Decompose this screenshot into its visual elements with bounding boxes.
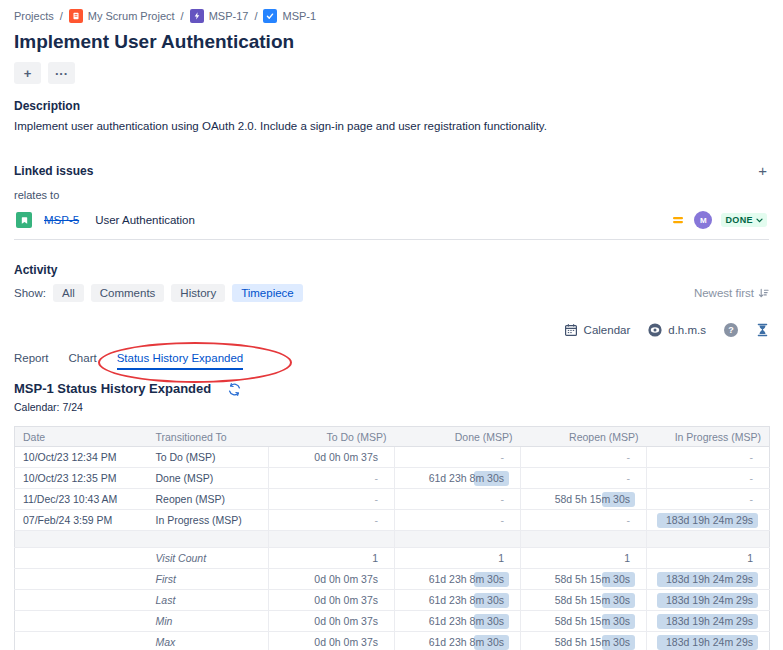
- story-icon: [16, 212, 32, 228]
- table-header-row: DateTransitioned ToTo Do (MSP)Done (MSP)…: [15, 427, 770, 447]
- separator-cell: [521, 531, 647, 548]
- add-button[interactable]: +: [14, 62, 41, 84]
- duration-cell: -: [395, 489, 521, 510]
- separator-cell: [647, 531, 770, 548]
- duration-cell: 183d 19h 24m 29s: [647, 590, 770, 611]
- empty-cell: [15, 548, 148, 569]
- summary-label-cell: First: [148, 569, 269, 590]
- duration-cell: 0d 0h 0m 37s: [269, 447, 395, 468]
- summary-label-cell: Last: [148, 590, 269, 611]
- breadcrumb: Projects / My Scrum Project / MSP-17 / M…: [14, 8, 769, 23]
- empty-cell: [15, 590, 148, 611]
- status-history-table: DateTransitioned ToTo Do (MSP)Done (MSP)…: [14, 426, 770, 650]
- table-row: 10/Oct/23 12:34 PMTo Do (MSP)0d 0h 0m 37…: [15, 447, 770, 468]
- issue-page: Projects / My Scrum Project / MSP-17 / M…: [0, 0, 783, 650]
- status-label: DONE: [725, 215, 753, 225]
- timepiece-tabs: Report Chart Status History Expanded: [14, 352, 769, 370]
- summary-row: First0d 0h 0m 37s61d 23h 8m 30s58d 5h 15…: [15, 569, 770, 590]
- duration-cell: 58d 5h 15m 30s: [521, 611, 647, 632]
- tab-report[interactable]: Report: [14, 352, 49, 370]
- column-header: To Do (MSP): [269, 427, 395, 447]
- separator-cell: [269, 531, 395, 548]
- issue-actions: + ···: [14, 62, 769, 84]
- column-header: Transitioned To: [148, 427, 269, 447]
- duration-cell: -: [521, 447, 647, 468]
- summary-row: Max0d 0h 0m 37s61d 23h 8m 30s58d 5h 15m …: [15, 632, 770, 650]
- column-header: In Progress (MSP): [647, 427, 770, 447]
- filter-history[interactable]: History: [171, 284, 225, 302]
- table-row: 10/Oct/23 12:35 PMDone (MSP)-61d 23h 8m …: [15, 468, 770, 489]
- duration-cell: 183d 19h 24m 29s: [647, 510, 770, 531]
- sort-order-button[interactable]: Newest first: [694, 287, 769, 299]
- summary-row: Last0d 0h 0m 37s61d 23h 8m 30s58d 5h 15m…: [15, 590, 770, 611]
- transition-cell: Done (MSP): [148, 468, 269, 489]
- summary-row: Visit Count1111: [15, 548, 770, 569]
- duration-cell: 58d 5h 15m 30s: [521, 489, 647, 510]
- summary-label-cell: Max: [148, 632, 269, 650]
- tab-chart[interactable]: Chart: [69, 352, 97, 370]
- date-cell: 10/Oct/23 12:35 PM: [15, 468, 148, 489]
- empty-cell: [15, 569, 148, 590]
- show-label: Show:: [14, 287, 46, 299]
- table-row: 07/Feb/24 3:59 PMIn Progress (MSP)---183…: [15, 510, 770, 531]
- refresh-icon[interactable]: [227, 382, 242, 397]
- summary-label-cell: Min: [148, 611, 269, 632]
- linked-issue-key[interactable]: MSP-5: [44, 214, 79, 226]
- date-cell: 07/Feb/24 3:59 PM: [15, 510, 148, 531]
- calendar-toggle[interactable]: Calendar: [564, 323, 631, 337]
- breadcrumb-separator: /: [254, 10, 257, 22]
- duration-cell: 183d 19h 24m 29s: [647, 611, 770, 632]
- assignee-avatar[interactable]: M: [694, 211, 712, 229]
- date-cell: 10/Oct/23 12:34 PM: [15, 447, 148, 468]
- calendar-icon: [564, 323, 578, 337]
- table-body: 10/Oct/23 12:34 PMTo Do (MSP)0d 0h 0m 37…: [15, 447, 770, 650]
- add-link-icon[interactable]: +: [756, 163, 769, 178]
- filter-timepiece[interactable]: Timepiece: [232, 284, 303, 302]
- breadcrumb-epic-link[interactable]: MSP-17: [209, 10, 249, 22]
- duration-cell: -: [269, 468, 395, 489]
- duration-cell: -: [521, 510, 647, 531]
- duration-cell: -: [395, 510, 521, 531]
- empty-cell: [15, 611, 148, 632]
- filter-all[interactable]: All: [53, 284, 84, 302]
- more-button[interactable]: ···: [48, 62, 75, 84]
- hourglass-icon[interactable]: [756, 323, 769, 337]
- duration-cell: 61d 23h 8m 30s: [395, 632, 521, 650]
- linked-issue-row[interactable]: MSP-5 User Authentication M DONE: [14, 207, 769, 240]
- chevron-down-icon: [756, 218, 763, 223]
- format-label: d.h.m.s: [668, 324, 706, 336]
- priority-medium-icon: [671, 213, 685, 227]
- filter-comments[interactable]: Comments: [91, 284, 165, 302]
- sort-icon: [758, 288, 769, 299]
- linked-issues-section: Linked issues + relates to MSP-5 User Au…: [14, 163, 769, 240]
- description-section: Description Implement user authenticatio…: [14, 99, 769, 132]
- epic-icon: [190, 9, 204, 23]
- column-header: Date: [15, 427, 148, 447]
- duration-cell: -: [647, 447, 770, 468]
- date-cell: 11/Dec/23 10:43 AM: [15, 489, 148, 510]
- duration-cell: 58d 5h 15m 30s: [521, 590, 647, 611]
- column-header: Done (MSP): [395, 427, 521, 447]
- summary-row: Min0d 0h 0m 37s61d 23h 8m 30s58d 5h 15m …: [15, 611, 770, 632]
- duration-cell: 61d 23h 8m 30s: [395, 468, 521, 489]
- breadcrumb-separator: /: [181, 10, 184, 22]
- summary-label-cell: Visit Count: [148, 548, 269, 569]
- breadcrumb-projects-link[interactable]: Projects: [14, 10, 54, 22]
- format-toggle[interactable]: d.h.m.s: [648, 323, 706, 337]
- duration-cell: 61d 23h 8m 30s: [395, 611, 521, 632]
- status-badge[interactable]: DONE: [721, 213, 767, 227]
- calendar-label: Calendar: [584, 324, 631, 336]
- duration-cell: -: [395, 447, 521, 468]
- help-icon[interactable]: ?: [724, 323, 738, 337]
- breadcrumb-project-link[interactable]: My Scrum Project: [88, 10, 175, 22]
- column-header: Reopen (MSP): [521, 427, 647, 447]
- description-heading: Description: [14, 99, 769, 113]
- project-avatar-icon: [69, 9, 83, 23]
- duration-cell: -: [521, 468, 647, 489]
- tab-status-history-expanded[interactable]: Status History Expanded: [117, 352, 244, 370]
- duration-cell: 61d 23h 8m 30s: [395, 569, 521, 590]
- linked-issues-heading: Linked issues: [14, 164, 93, 178]
- sort-order-label: Newest first: [694, 287, 754, 299]
- description-text: Implement user authentication using OAut…: [14, 120, 769, 132]
- breadcrumb-issue-link[interactable]: MSP-1: [282, 10, 316, 22]
